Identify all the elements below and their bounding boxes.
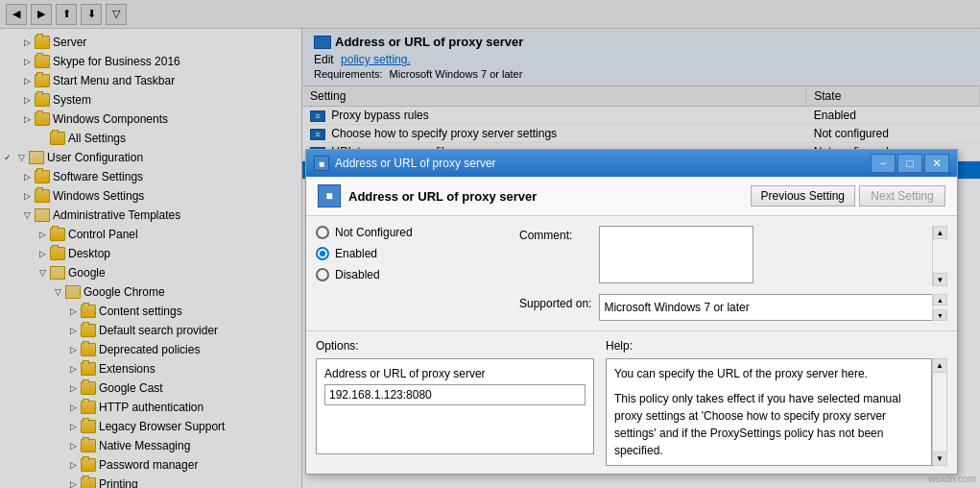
modal-overlay: ■ Address or URL of proxy server − □ ✕ ■… [0, 0, 980, 488]
scroll-up-supported[interactable]: ▲ [933, 294, 947, 305]
dialog-body: Not Configured Enabled Disabled Comment: [306, 216, 957, 330]
radio-enabled[interactable]: Enabled [316, 247, 508, 260]
help-label: Help: [606, 339, 947, 353]
dialog-footer: Options: Address or URL of proxy server … [306, 330, 957, 474]
comment-textarea[interactable] [599, 226, 753, 283]
help-text-2: This policy only takes effect if you hav… [614, 390, 923, 459]
scroll-down-supported[interactable]: ▼ [933, 309, 947, 321]
radio-not-configured-label: Not Configured [335, 226, 413, 239]
maximize-button[interactable]: □ [897, 154, 922, 173]
supported-value: Microsoft Windows 7 or later [599, 294, 947, 321]
options-panel: Options: Address or URL of proxy server [316, 339, 594, 466]
options-label: Options: [316, 339, 594, 353]
dialog-subheader: ■ Address or URL of proxy server Previou… [306, 177, 957, 216]
dialog-window: ■ Address or URL of proxy server − □ ✕ ■… [305, 149, 958, 475]
comment-label: Comment: [519, 226, 591, 242]
comment-row: Comment: ▲ ▼ [519, 226, 947, 286]
help-panel: Help: You can specify the URL of the pro… [606, 339, 947, 466]
dialog-title-text: Address or URL of proxy server [335, 157, 496, 170]
radio-disabled[interactable]: Disabled [316, 268, 508, 281]
dialog-title-buttons: − □ ✕ [871, 154, 949, 173]
dialog-title-left: ■ Address or URL of proxy server [314, 156, 496, 171]
dialog-right: Comment: ▲ ▼ Supported on: Microsoft Win… [519, 226, 947, 321]
radio-group: Not Configured Enabled Disabled [316, 226, 508, 281]
dialog-titlebar: ■ Address or URL of proxy server − □ ✕ [306, 150, 957, 177]
radio-disabled-input[interactable] [316, 268, 329, 281]
help-box: You can specify the URL of the proxy ser… [606, 358, 932, 466]
address-field-label: Address or URL of proxy server [324, 367, 586, 380]
radio-enabled-label: Enabled [335, 247, 377, 260]
help-text-1: You can specify the URL of the proxy ser… [614, 365, 923, 382]
address-input[interactable] [324, 384, 586, 405]
dialog-sub-title: Address or URL of proxy server [348, 189, 537, 204]
radio-not-configured[interactable]: Not Configured [316, 226, 508, 239]
dialog-left: Not Configured Enabled Disabled [316, 226, 508, 321]
supported-row: Supported on: Microsoft Windows 7 or lat… [519, 294, 947, 321]
close-button[interactable]: ✕ [924, 154, 949, 173]
dialog-title-icon: ■ [314, 156, 329, 171]
dialog-sub-icon: ■ [318, 184, 341, 207]
supported-label: Supported on: [519, 294, 591, 310]
scroll-up-help[interactable]: ▲ [933, 359, 946, 373]
radio-disabled-label: Disabled [335, 268, 380, 281]
watermark: wsxdn.com [928, 474, 976, 484]
options-box: Address or URL of proxy server [316, 358, 594, 454]
minimize-button[interactable]: − [871, 154, 896, 173]
previous-setting-button[interactable]: Previous Setting [751, 185, 855, 207]
scroll-up-comment[interactable]: ▲ [933, 226, 947, 239]
radio-enabled-input[interactable] [316, 247, 329, 260]
scroll-down-comment[interactable]: ▼ [933, 273, 947, 286]
scroll-down-help[interactable]: ▼ [933, 451, 946, 465]
next-setting-button[interactable]: Next Setting [859, 185, 945, 207]
dialog-nav-buttons: Previous Setting Next Setting [751, 185, 945, 207]
radio-not-configured-input[interactable] [316, 226, 329, 239]
